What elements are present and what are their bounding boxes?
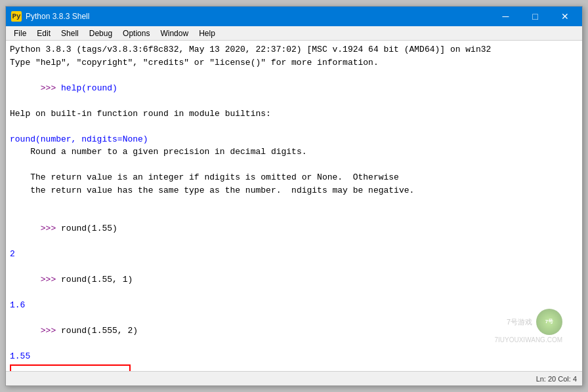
minimize-button[interactable]: ─ (491, 7, 520, 26)
output-round155: 2 (10, 248, 578, 261)
title-bar-left: Py Python 3.8.3 Shell (11, 11, 89, 22)
cmd2-text: round(1.55) (61, 224, 117, 233)
desc1: Round a number to a given precision in d… (10, 146, 578, 159)
prompt4: >>> (41, 326, 61, 336)
prompt3: >>> (41, 275, 61, 284)
blank1 (10, 120, 578, 133)
shell-output-area[interactable]: Python 3.8.3 (tags/v3.8.3:6f8c832, May 1… (6, 41, 582, 371)
status-position: Ln: 20 Col: 4 (536, 375, 577, 383)
menu-window[interactable]: Window (155, 28, 194, 39)
title-buttons: ─ □ ✕ (491, 7, 579, 26)
icon-label: Py (12, 12, 20, 20)
help-header: Help on built-in function round in modul… (10, 108, 578, 121)
info-line2: Type "help", "copyright", "credits" or "… (10, 56, 578, 69)
command-round05: >>> round(0.5) (14, 367, 127, 372)
python-icon: Py (11, 11, 22, 22)
menu-shell[interactable]: Shell (56, 28, 84, 39)
highlighted-section: >>> round(0.5) 0 (10, 364, 131, 372)
command-round155: >>> round(1.55) (10, 210, 578, 248)
cmd1-text: help(round) (61, 83, 117, 93)
main-window: Py Python 3.8.3 Shell ─ □ ✕ File Edit Sh… (5, 6, 583, 386)
menu-edit[interactable]: Edit (32, 28, 56, 39)
title-bar: Py Python 3.8.3 Shell ─ □ ✕ (6, 7, 582, 26)
prompt2: >>> (41, 224, 61, 233)
status-bar: Ln: 20 Col: 4 (6, 371, 582, 385)
window-title: Python 3.8.3 Shell (26, 12, 89, 21)
blank2 (10, 159, 578, 172)
menu-help[interactable]: Help (194, 28, 220, 39)
menu-bar: File Edit Shell Debug Options Window Hel… (6, 26, 582, 41)
prompt1: >>> (41, 83, 61, 93)
close-button[interactable]: ✕ (550, 7, 579, 26)
cmd4-text: round(1.555, 2) (61, 326, 138, 336)
round-sig: round(number, ndigits=None) (10, 133, 578, 146)
cmd3-text: round(1.55, 1) (61, 275, 133, 284)
output-round1551: 1.6 (10, 299, 578, 312)
menu-file[interactable]: File (9, 28, 32, 39)
menu-debug[interactable]: Debug (84, 28, 117, 39)
command-round15552: >>> round(1.555, 2) (10, 312, 578, 351)
command-round1551: >>> round(1.55, 1) (10, 261, 578, 300)
desc3: the return value has the same type as th… (10, 184, 578, 197)
output-round15552: 1.55 (10, 350, 578, 363)
menu-options[interactable]: Options (117, 28, 155, 39)
info-line1: Python 3.8.3 (tags/v3.8.3:6f8c832, May 1… (10, 43, 578, 56)
desc2: The return value is an integer if ndigit… (10, 171, 578, 184)
blank3 (10, 197, 578, 210)
command-help-round: >>> help(round) (10, 69, 578, 108)
maximize-button[interactable]: □ (520, 7, 550, 26)
